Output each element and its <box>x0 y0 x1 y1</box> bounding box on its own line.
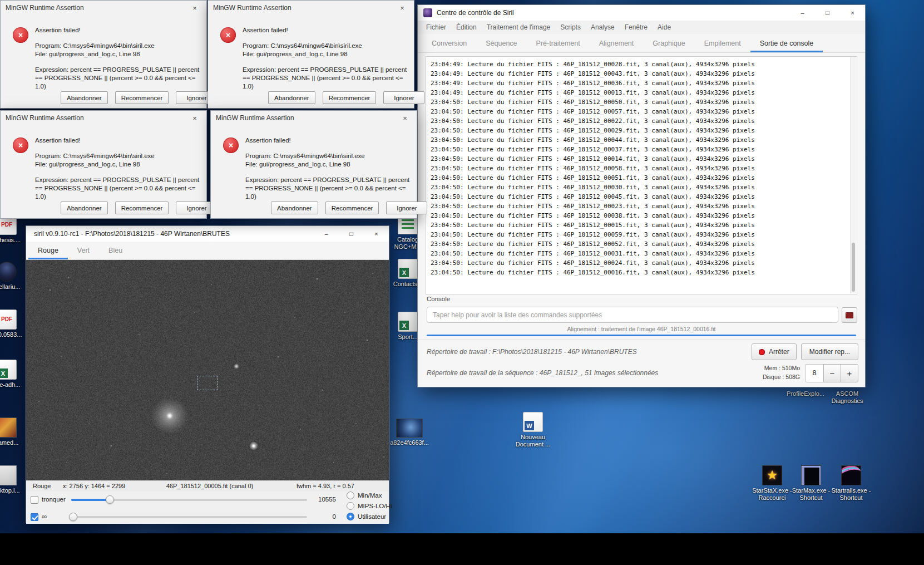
abort-button[interactable]: Abandonner <box>271 202 318 214</box>
command-console-button[interactable] <box>842 307 857 323</box>
desktop-icon-word-nouveau[interactable]: W Nouveau Document ... <box>511 412 555 448</box>
menu-item[interactable]: Édition <box>451 21 482 34</box>
menu-item[interactable]: Fichier <box>421 21 451 34</box>
menu-item[interactable]: Traitement de l'image <box>482 21 556 34</box>
truncate-checkbox[interactable] <box>31 496 38 504</box>
tab-sequence[interactable]: Séquence <box>476 34 526 52</box>
slider-knob[interactable] <box>69 513 77 521</box>
ignore-button[interactable]: Ignorer <box>383 91 424 104</box>
dialog-titlebar: MinGW Runtime Assertion × <box>211 111 417 125</box>
excel-icon: X <box>398 259 418 279</box>
tab-pretraitement[interactable]: Pré-traitement <box>527 34 590 52</box>
channel-tabbar: Rouge Vert Bleu <box>26 242 389 260</box>
command-input[interactable] <box>427 307 838 323</box>
retry-button[interactable]: Recommencer <box>325 202 379 214</box>
tab-alignement[interactable]: Alignement <box>590 34 644 52</box>
radio-minmax[interactable] <box>347 492 354 499</box>
scrollbar-thumb[interactable] <box>852 243 855 292</box>
hi-level-slider[interactable] <box>71 499 307 501</box>
close-icon[interactable]: × <box>391 1 414 15</box>
desktop-icon-pdf-thesis[interactable]: PDF t_thesis.... <box>0 215 27 244</box>
image-display-area[interactable] <box>26 260 389 480</box>
ignore-button[interactable]: Ignorer <box>386 202 427 214</box>
modify-workdir-button[interactable]: Modifier rep... <box>801 343 858 360</box>
tab-sortie-de-console[interactable]: Sortie de console <box>750 34 823 52</box>
minimize-button[interactable]: – <box>790 5 815 21</box>
desktop-icon-stellarium[interactable]: Stellariu... <box>0 262 27 291</box>
image-thumbnail-icon <box>0 417 17 438</box>
radio-mips[interactable] <box>347 502 354 510</box>
abort-button[interactable]: Abandonner <box>61 202 108 214</box>
lo-level-checkbox[interactable] <box>31 513 38 521</box>
tab-empilement[interactable]: Empilement <box>695 34 750 52</box>
desktop-icon-label: Startrails.exe - Shortcut <box>830 487 872 502</box>
close-icon[interactable]: × <box>183 111 206 125</box>
assertion-dialog: MinGW Runtime Assertion × × Assertion fa… <box>0 0 207 109</box>
close-button[interactable]: × <box>364 226 389 242</box>
thread-count-value[interactable]: 8 <box>805 364 824 382</box>
desktop-icon-startrails[interactable]: Startrails.exe - Shortcut <box>830 465 872 502</box>
taskbar[interactable] <box>0 533 924 565</box>
abort-button[interactable]: Abandonner <box>268 91 315 104</box>
stop-button[interactable]: Arrêter <box>752 343 797 360</box>
astro-image-canvas[interactable] <box>26 260 389 480</box>
console-output[interactable]: 23:04:49: Lecture du fichier FITS : 46P_… <box>426 56 857 294</box>
console-scrollbar[interactable] <box>850 57 856 293</box>
lo-level-slider[interactable] <box>71 516 307 518</box>
menu-item[interactable]: Aide <box>653 21 676 34</box>
tab-graphique[interactable]: Graphique <box>643 34 694 52</box>
spin-plus-button[interactable]: + <box>841 364 858 382</box>
tab-conversion[interactable]: Conversion <box>422 34 476 52</box>
lo-level-value: 0 <box>309 513 336 520</box>
desktop-icon-starmax[interactable]: StarMax.exe - Shortcut <box>790 465 832 502</box>
expression-line: Expression: percent == PROGRESS_PULSATE … <box>245 176 412 201</box>
close-icon[interactable]: × <box>393 111 417 125</box>
retry-button[interactable]: Recommencer <box>323 91 377 104</box>
desktop-icon-image-a82e[interactable]: a82e4fc663f... <box>389 419 429 446</box>
program-line: Program: C:\msys64\mingw64\bin\siril.exe <box>245 152 412 160</box>
desktop-icon-excel-adh[interactable]: X che-adh... <box>0 360 27 389</box>
console-line: 23:04:50: Lecture du fichier FITS : 46P_… <box>431 239 846 249</box>
desktop-icon-label: StarStaX.exe - Raccourci <box>750 487 794 502</box>
image-thumbnail-icon <box>396 419 423 438</box>
image-window-title: siril v0.9.10-rc1 - F:\Photos\2018\18121… <box>34 230 230 238</box>
retry-button[interactable]: Recommencer <box>115 91 169 104</box>
menu-item[interactable]: Analyse <box>586 21 620 34</box>
slider-knob[interactable] <box>106 495 114 504</box>
radio-utilisateur[interactable] <box>347 513 354 520</box>
desktop-icon-starstax[interactable]: ★ StarStaX.exe - Raccourci <box>750 465 794 502</box>
console-line: 23:04:50: Lecture du fichier FITS : 46P_… <box>431 154 846 164</box>
dialog-title: MinGW Runtime Assertion <box>6 114 84 122</box>
maximize-button[interactable]: □ <box>339 226 364 242</box>
stop-button-label: Arrêter <box>769 348 789 356</box>
desktop-icon-file-esktop[interactable]: esktop.i... <box>0 465 27 494</box>
spin-minus-button[interactable]: − <box>823 364 841 382</box>
desktop-icon-ascom[interactable]: ASCOM Diagnostics <box>823 389 871 405</box>
dialog-title: MinGW Runtime Assertion <box>213 4 291 12</box>
retry-button[interactable]: Recommencer <box>115 202 169 214</box>
tab-vert[interactable]: Vert <box>68 242 99 259</box>
desktop-icon-label: ASCOM Diagnostics <box>823 390 871 405</box>
excel-icon: X <box>0 360 17 380</box>
expression-line: Expression: percent == PROGRESS_PULSATE … <box>35 176 202 201</box>
close-button[interactable]: × <box>840 5 865 21</box>
abort-button[interactable]: Abandonner <box>61 91 108 104</box>
tab-bleu[interactable]: Bleu <box>99 242 132 259</box>
siril-app-icon <box>423 8 432 17</box>
status-coordinates: x: 2756 y: 1464 = 2299 <box>63 483 125 489</box>
link-levels-icon[interactable]: ∞ <box>42 512 47 520</box>
desktop-icon-image-named[interactable]: named... <box>0 417 27 446</box>
console-line: 23:04:50: Lecture du fichier FITS : 46P_… <box>431 258 846 268</box>
close-icon[interactable]: × <box>183 1 206 15</box>
menu-item[interactable]: Scripts <box>555 21 586 34</box>
desktop-icon-pdf-710[interactable]: PDF 710.0583... <box>0 309 27 338</box>
maximize-button[interactable]: □ <box>815 5 840 21</box>
console-line: 23:04:50: Lecture du fichier FITS : 46P_… <box>431 126 846 135</box>
console-line: 23:04:50: Lecture du fichier FITS : 46P_… <box>431 192 846 202</box>
minimize-button[interactable]: – <box>314 226 339 242</box>
menu-item[interactable]: Fenêtre <box>620 21 653 34</box>
console-line: 23:04:49: Lecture du fichier FITS : 46P_… <box>431 78 846 88</box>
file-line: File: gui/progress_and_log.c, Line 98 <box>243 50 409 58</box>
dialog-body: Assertion failed! Program: C:\msys64\min… <box>245 136 412 201</box>
tab-rouge[interactable]: Rouge <box>28 242 68 259</box>
